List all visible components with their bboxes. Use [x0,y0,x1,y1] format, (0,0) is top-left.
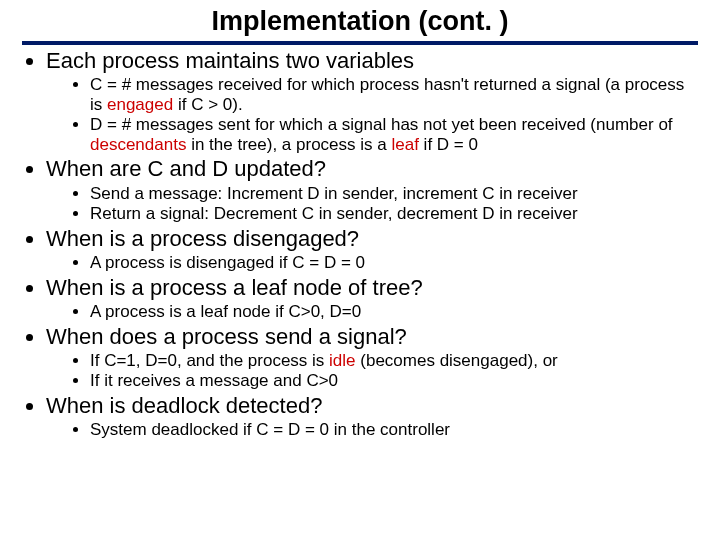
bullet-2-sub-2: Return a signal: Decrement C in sender, … [90,204,698,224]
b1s1-red: engaged [107,95,173,114]
b1s2-pre: D = # messages sent for which a signal h… [90,115,673,134]
bullet-5-sub-1: If C=1, D=0, and the process is idle (be… [90,351,698,371]
bullet-1-text: Each process maintains two variables [46,48,414,73]
bullet-4-text: When is a process a leaf node of tree? [46,275,423,300]
bullet-4-sublist: A process is a leaf node if C>0, D=0 [46,302,698,322]
bullet-4: When is a process a leaf node of tree? A… [46,275,698,322]
bullet-3-sub-1: A process is disengaged if C = D = 0 [90,253,698,273]
b1s2-post: if D = 0 [419,135,478,154]
bullet-6-text: When is deadlock detected? [46,393,322,418]
bullet-3-sublist: A process is disengaged if C = D = 0 [46,253,698,273]
bullet-2-sub-1: Send a message: Increment D in sender, i… [90,184,698,204]
bullet-5-sublist: If C=1, D=0, and the process is idle (be… [46,351,698,391]
b1s2-mid: in the tree), a process is a [186,135,391,154]
bullet-5-sub-2: If it receives a message and C>0 [90,371,698,391]
b5s1-pre: If C=1, D=0, and the process is [90,351,329,370]
b1s2-red1: descendants [90,135,186,154]
bullet-6-sub-1: System deadlocked if C = D = 0 in the co… [90,420,698,440]
bullet-4-sub-1: A process is a leaf node if C>0, D=0 [90,302,698,322]
bullet-1-sublist: C = # messages received for which proces… [46,75,698,154]
bullet-6: When is deadlock detected? System deadlo… [46,393,698,440]
bullet-6-sublist: System deadlocked if C = D = 0 in the co… [46,420,698,440]
bullet-1-sub-2: D = # messages sent for which a signal h… [90,115,698,154]
bullet-2-text: When are C and D updated? [46,156,326,181]
bullet-2: When are C and D updated? Send a message… [46,156,698,223]
b5s1-red: idle [329,351,355,370]
bullet-5-text: When does a process send a signal? [46,324,407,349]
bullet-list: Each process maintains two variables C =… [22,48,698,440]
b1s2-red2: leaf [391,135,418,154]
bullet-1: Each process maintains two variables C =… [46,48,698,154]
bullet-2-sublist: Send a message: Increment D in sender, i… [46,184,698,224]
bullet-3: When is a process disengaged? A process … [46,226,698,273]
b1s1-post: if C > 0). [173,95,242,114]
bullet-1-sub-1: C = # messages received for which proces… [90,75,698,114]
slide-title: Implementation (cont. ) [22,6,698,39]
title-rule [22,41,698,45]
slide: Implementation (cont. ) Each process mai… [0,0,720,540]
bullet-5: When does a process send a signal? If C=… [46,324,698,391]
bullet-3-text: When is a process disengaged? [46,226,359,251]
b5s1-post: (becomes disengaged), or [356,351,558,370]
